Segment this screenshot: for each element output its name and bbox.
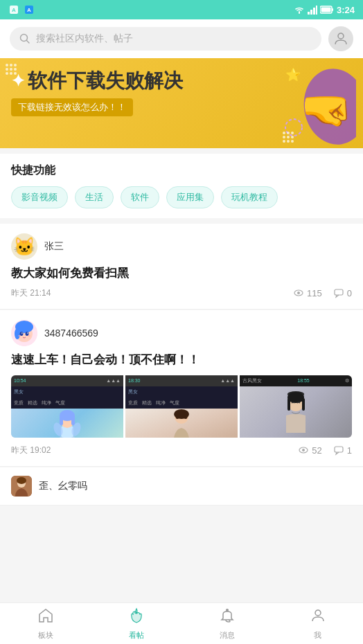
banner-dots-br bbox=[283, 132, 294, 143]
user-avatar-2 bbox=[11, 320, 37, 346]
post-time-2: 昨天 19:02 bbox=[11, 445, 51, 456]
post-stats-2: 52 1 bbox=[298, 445, 352, 456]
svg-rect-50 bbox=[335, 447, 343, 452]
android-icon: A bbox=[8, 4, 19, 15]
person-icon bbox=[333, 30, 349, 47]
svg-rect-5 bbox=[310, 10, 312, 15]
post-time-1: 昨天 21:14 bbox=[11, 287, 51, 299]
header: 搜索社区内软件、帖子 bbox=[0, 19, 363, 58]
nav-item-messages[interactable]: 消息 bbox=[182, 603, 272, 644]
tag-life[interactable]: 生活 bbox=[75, 186, 114, 208]
status-bar-right: 3:24 bbox=[294, 4, 355, 15]
search-icon bbox=[19, 33, 30, 44]
svg-point-49 bbox=[302, 449, 305, 451]
post-item-3[interactable]: 歪、幺零吗 bbox=[0, 467, 363, 506]
tag-software[interactable]: 软件 bbox=[121, 186, 159, 208]
svg-point-55 bbox=[315, 610, 321, 616]
svg-rect-6 bbox=[313, 8, 315, 15]
post-item-1[interactable]: 🐱 张三 教大家如何免费看扫黑 昨天 21:14 115 bbox=[0, 224, 363, 310]
comments-stat-2: 1 bbox=[333, 445, 352, 456]
fire-icon bbox=[128, 607, 145, 628]
tag-tutorial[interactable]: 玩机教程 bbox=[221, 186, 278, 208]
comments-count-2: 1 bbox=[347, 445, 352, 456]
anime-avatar-svg bbox=[11, 320, 37, 346]
post-image-grid-2: 10:54 ▲▲▲ 黑女 竞质 精选 纯净 气度 bbox=[11, 375, 352, 438]
user-name-3: 歪、幺零吗 bbox=[39, 480, 87, 492]
views-stat-2: 52 bbox=[298, 445, 321, 456]
img2-tabs: 黑女 bbox=[125, 386, 238, 397]
nav-item-profile[interactable]: 我 bbox=[272, 603, 363, 644]
views-count-1: 115 bbox=[307, 288, 322, 298]
tag-apps[interactable]: 应用集 bbox=[166, 186, 214, 208]
user-avatar-3 bbox=[11, 476, 32, 497]
svg-point-25 bbox=[20, 332, 24, 336]
comment-icon-2 bbox=[333, 445, 344, 456]
status-bar-left: A A bbox=[8, 4, 35, 15]
quick-tags-container: 影音视频 生活 软件 应用集 玩机教程 bbox=[11, 186, 352, 208]
banner-subtitle: 下载链接无效该怎么办！！ bbox=[11, 98, 133, 116]
post-user-1: 🐱 张三 bbox=[11, 233, 352, 260]
svg-point-28 bbox=[27, 332, 28, 334]
comments-stat-1: 0 bbox=[333, 287, 352, 298]
post-image-3: 古风黑女 18:55 ⚙ bbox=[240, 375, 352, 438]
user-name-1: 张三 bbox=[44, 240, 64, 253]
post-title-2: 速速上车！自己会动！顶不住啊！！ bbox=[11, 352, 352, 368]
feed-nav-icon bbox=[128, 607, 145, 624]
svg-line-12 bbox=[27, 41, 30, 44]
user-avatar-header[interactable] bbox=[328, 26, 353, 51]
post-title-1: 教大家如何免费看扫黑 bbox=[11, 265, 352, 282]
user-name-2: 3487466569 bbox=[44, 328, 98, 339]
svg-rect-47 bbox=[302, 398, 305, 411]
search-placeholder: 搜索社区内软件、帖子 bbox=[36, 33, 133, 45]
post-item-2[interactable]: 3487466569 速速上车！自己会动！顶不住啊！！ 10:54 ▲▲▲ 黑女… bbox=[0, 310, 363, 467]
svg-point-30 bbox=[28, 335, 30, 337]
svg-rect-9 bbox=[332, 8, 333, 11]
img1-tabs: 黑女 bbox=[11, 386, 123, 397]
svg-point-53 bbox=[17, 477, 26, 484]
svg-point-13 bbox=[338, 33, 344, 39]
nav-label-profile: 我 bbox=[314, 630, 321, 641]
banner[interactable]: ✦ 软件下载失败解决 下载链接无效该怎么办！！ 🤜 ⭐ bbox=[0, 58, 363, 148]
img1-figure bbox=[50, 409, 85, 438]
comment-icon-1 bbox=[333, 287, 344, 298]
bell-icon bbox=[219, 607, 236, 628]
views-stat-1: 115 bbox=[293, 287, 322, 298]
svg-rect-35 bbox=[71, 415, 75, 425]
nav-item-feed[interactable]: 看帖 bbox=[91, 603, 182, 644]
svg-point-40 bbox=[176, 415, 179, 419]
post-image-1: 10:54 ▲▲▲ 黑女 竞质 精选 纯净 气度 bbox=[11, 375, 123, 438]
wifi-icon bbox=[294, 4, 305, 15]
img1-topbar: 10:54 ▲▲▲ bbox=[11, 375, 123, 386]
signal-icon bbox=[308, 5, 317, 15]
bottom-nav: 板块 看帖 消息 我 bbox=[0, 602, 363, 644]
svg-rect-20 bbox=[335, 289, 343, 295]
img3-content bbox=[240, 386, 352, 438]
eye-icon-1 bbox=[293, 287, 304, 298]
svg-point-41 bbox=[184, 415, 188, 419]
user-avatar-1: 🐱 bbox=[11, 233, 37, 260]
post-stats-1: 115 0 bbox=[293, 287, 352, 298]
banner-title: ✦ 软件下载失败解决 bbox=[11, 68, 352, 94]
search-bar[interactable]: 搜索社区内软件、帖子 bbox=[10, 27, 321, 51]
nav-label-feed: 看帖 bbox=[129, 630, 144, 641]
eye-icon-2 bbox=[298, 445, 309, 456]
user-icon bbox=[310, 607, 326, 628]
svg-point-54 bbox=[226, 609, 229, 611]
img3-figure bbox=[281, 391, 312, 433]
nav-label-board: 板块 bbox=[38, 630, 53, 641]
home-icon bbox=[37, 607, 54, 628]
status-bar: A A bbox=[0, 0, 363, 19]
img2-topbar: 18:30 ▲▲▲ bbox=[125, 375, 238, 386]
svg-text:A: A bbox=[12, 7, 16, 13]
svg-rect-4 bbox=[308, 12, 310, 15]
battery-icon bbox=[320, 6, 334, 14]
svg-point-26 bbox=[26, 332, 29, 336]
nav-label-messages: 消息 bbox=[220, 630, 235, 641]
post-image-2: 18:30 ▲▲▲ 黑女 竞质 精选 纯净 气度 bbox=[125, 375, 238, 438]
clock: 3:24 bbox=[337, 5, 355, 15]
tag-video[interactable]: 影音视频 bbox=[11, 186, 68, 208]
img3-topbar: 古风黑女 18:55 ⚙ bbox=[240, 375, 352, 386]
messages-nav-icon bbox=[219, 607, 236, 624]
app-icon: A bbox=[24, 4, 35, 15]
nav-item-board[interactable]: 板块 bbox=[0, 603, 91, 644]
